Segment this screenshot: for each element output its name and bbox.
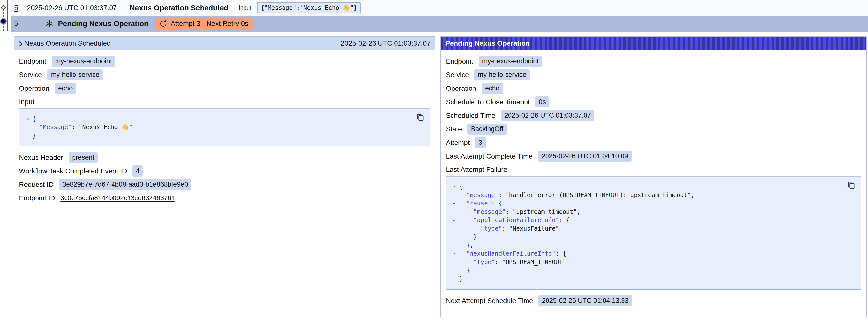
- event-timestamp: 2025-02-26 UTC 01:03:37.07: [27, 4, 128, 12]
- field-value-chip: my-nexus-endpoint: [479, 56, 542, 67]
- collapse-chevron-icon[interactable]: [449, 252, 459, 256]
- field-value-chip: my-hello-service: [48, 69, 103, 80]
- event-rows: 5 2025-02-26 UTC 01:03:37.07 Nexus Opera…: [11, 0, 868, 32]
- field-row: Next Attempt Schedule Time 2025-02-26 UT…: [446, 295, 861, 306]
- code-line: },: [449, 241, 843, 250]
- copy-icon[interactable]: [416, 113, 425, 122]
- event-marker-filled-icon: [1, 19, 6, 24]
- field-value-chip: present: [69, 152, 98, 163]
- field-row: Scheduled Time 2025-02-26 UTC 01:03:37.0…: [446, 110, 861, 121]
- collapse-chevron-icon[interactable]: [449, 185, 459, 189]
- code-line: "type": "UPSTREAM_TIMEOUT": [449, 258, 843, 266]
- field-row: Nexus Header present: [19, 152, 430, 163]
- code-line: }: [449, 233, 843, 241]
- failure-section-label: Last Attempt Failure: [446, 166, 861, 173]
- field-label: Service: [19, 71, 42, 79]
- field-row: Endpoint my-nexus-endpoint: [446, 56, 861, 67]
- event-title: Pending Nexus Operation: [58, 20, 149, 28]
- field-label: Schedule To Close Timeout: [446, 98, 530, 106]
- selected-group-accent-bar: [7, 0, 8, 31]
- code-line: "Message": "Nexus Echo 👋": [22, 123, 412, 131]
- collapse-chevron-icon[interactable]: [449, 201, 459, 205]
- field-label: Operation: [446, 85, 476, 93]
- endpoint-id-link[interactable]: 3c0c75ccfa8144b092c13ce632463761: [60, 194, 175, 202]
- field-row: Service my-hello-service: [446, 69, 861, 80]
- pending-panel-header: Pending Nexus Operation: [441, 37, 866, 50]
- scheduled-panel-title: 5 Nexus Operation Scheduled: [19, 39, 111, 47]
- field-value-chip: 2025-02-26 UTC 01:03:37.07: [501, 110, 594, 121]
- field-label: Nexus Header: [19, 154, 63, 161]
- field-value-chip: BackingOff: [467, 124, 507, 135]
- field-label: Service: [446, 71, 469, 79]
- field-value-chip: echo: [482, 83, 503, 94]
- pending-operation-panel: Pending Nexus Operation Endpoint my-nexu…: [440, 36, 867, 317]
- field-value-chip: 3e829b7e-7d67-4b08-aad3-b1e868bfe9e0: [59, 179, 191, 190]
- code-line: "message": "upstream timeout",: [449, 207, 843, 216]
- input-section-label: Input: [19, 98, 430, 106]
- field-row: Schedule To Close Timeout 0s: [446, 96, 861, 107]
- event-id-link[interactable]: 5: [14, 4, 18, 12]
- field-value-chip: 3: [475, 137, 486, 148]
- copy-icon[interactable]: [847, 181, 856, 189]
- field-row: Operation echo: [19, 83, 430, 94]
- field-value-chip: 2025-02-26 UTC 01:04:13.93: [538, 295, 632, 306]
- code-line: "type": "NexusFailure": [449, 224, 843, 233]
- event-id-link[interactable]: 5: [14, 20, 18, 28]
- retry-status-badge: Attempt 3 · Next Retry 0s: [155, 18, 253, 30]
- scheduled-event-panel: 5 Nexus Operation Scheduled 2025-02-26 U…: [13, 36, 435, 317]
- code-line: "applicationFailureInfo": {: [449, 216, 843, 224]
- input-json-viewer: { "Message": "Nexus Echo 👋"}: [19, 108, 430, 147]
- field-label: Endpoint ID: [19, 194, 55, 202]
- event-input-preview-chip: {"Message":"Nexus Echo 👋"}: [257, 2, 361, 13]
- field-label: Scheduled Time: [446, 112, 495, 120]
- field-row: Workflow Task Completed Event ID 4: [19, 165, 430, 176]
- code-line: {: [22, 115, 412, 123]
- field-label: Endpoint: [19, 58, 46, 65]
- event-input-label: Input: [239, 4, 251, 11]
- field-row: Operation echo: [446, 83, 861, 94]
- field-label: Attempt: [446, 139, 469, 147]
- code-line: }: [449, 275, 843, 283]
- failure-json-viewer: { "message": "handler error (UPSTREAM_TI…: [446, 176, 861, 290]
- field-label: Next Attempt Schedule Time: [446, 297, 533, 305]
- collapse-chevron-icon[interactable]: [449, 218, 459, 222]
- scheduled-panel-timestamp: 2025-02-26 UTC 01:03:37.07: [341, 39, 431, 47]
- field-label: Endpoint: [446, 58, 473, 65]
- field-value-chip: my-hello-service: [474, 69, 530, 80]
- field-value-chip: my-nexus-endpoint: [52, 56, 116, 67]
- field-label: Workflow Task Completed Event ID: [19, 167, 127, 175]
- field-label: Request ID: [19, 181, 54, 189]
- event-timeline-gutter: [0, 0, 11, 34]
- field-value-chip: echo: [55, 83, 76, 94]
- scheduled-panel-header: 5 Nexus Operation Scheduled 2025-02-26 U…: [14, 37, 435, 50]
- collapse-chevron-icon[interactable]: [22, 117, 32, 121]
- pending-panel-title: Pending Nexus Operation: [445, 39, 530, 47]
- retry-badge-text: Attempt 3 · Next Retry 0s: [171, 20, 248, 28]
- event-title: Nexus Operation Scheduled: [129, 4, 228, 12]
- code-line: "message": "handler error (UPSTREAM_TIME…: [449, 191, 843, 199]
- field-value-chip: 0s: [535, 96, 549, 107]
- field-row: Request ID 3e829b7e-7d67-4b08-aad3-b1e86…: [19, 179, 430, 190]
- field-label: Operation: [19, 85, 49, 93]
- field-row: Service my-hello-service: [19, 69, 430, 80]
- field-row: Attempt 3: [446, 137, 861, 148]
- pending-asterisk-icon: [45, 20, 54, 28]
- retry-icon: [159, 20, 167, 28]
- code-line: }: [22, 131, 412, 140]
- event-row-pending[interactable]: 5 Pending Nexus Operation Attempt 3 · Ne…: [11, 15, 868, 32]
- field-row: Endpoint ID 3c0c75ccfa8144b092c13ce63246…: [19, 193, 430, 204]
- field-label: Last Attempt Complete Time: [446, 152, 533, 160]
- event-marker-hollow-icon: [1, 5, 6, 10]
- event-row-scheduled[interactable]: 5 2025-02-26 UTC 01:03:37.07 Nexus Opera…: [11, 0, 868, 15]
- field-value-chip: 4: [132, 165, 143, 176]
- timeline-dashed-line: [3, 6, 4, 31]
- field-value-chip: 2025-02-26 UTC 01:04:10.09: [538, 151, 632, 162]
- event-history-view: 5 2025-02-26 UTC 01:03:37.07 Nexus Opera…: [0, 0, 868, 322]
- code-line: "nexusHandlerFailureInfo": {: [449, 250, 843, 258]
- code-line: }: [449, 266, 843, 275]
- code-line: "cause": {: [449, 199, 843, 207]
- field-label: State: [446, 125, 462, 133]
- field-row: State BackingOff: [446, 124, 861, 135]
- field-row: Last Attempt Complete Time 2025-02-26 UT…: [446, 151, 861, 162]
- code-line: {: [449, 183, 843, 191]
